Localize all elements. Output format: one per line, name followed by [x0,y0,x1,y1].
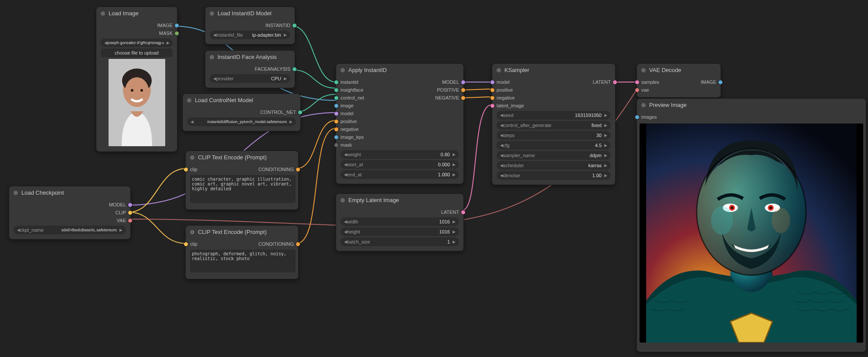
input-clip[interactable]: clip [186,165,242,173]
node-load-checkpoint[interactable]: Load Checkpoint MODEL CLIP VAE ◀ckpt_nam… [9,186,131,240]
output-model[interactable]: MODEL [400,78,463,86]
output-image[interactable]: IMAGE [96,21,177,29]
input-negative[interactable]: negative [336,125,463,133]
prompt-textarea[interactable] [190,250,296,272]
output-conditioning[interactable]: CONDITIONING [242,165,298,173]
node-load-image[interactable]: Load Image IMAGE MASK ◀joseph-gonzalez-i… [96,7,177,152]
output-image[interactable]: IMAGE [679,78,721,86]
svg-point-17 [772,208,790,233]
output-latent[interactable]: LATENT [554,78,615,86]
svg-point-6 [140,89,143,92]
steps-widget[interactable]: ◀steps30▶ [497,131,611,140]
node-title[interactable]: Load Checkpoint [9,186,130,199]
title-text: Load Image [109,10,139,17]
width-widget[interactable]: ◀width1016▶ [340,217,459,226]
node-title[interactable]: Load Image [96,7,177,20]
control-after-generate-widget[interactable]: ◀control_after_generatefixed▶ [497,121,611,130]
output-conditioning[interactable]: CONDITIONING [242,240,298,248]
node-load-controlnet-model[interactable]: Load ControlNet Model CONTROL_NET ◀insta… [182,93,301,131]
node-apply-instantid[interactable]: Apply InstantID instantid MODEL insightf… [336,63,464,184]
output-latent[interactable]: LATENT [336,208,463,216]
arrow-right-icon[interactable]: ▶ [119,228,123,232]
output-clip[interactable]: CLIP [9,209,130,216]
input-images[interactable]: images [637,113,866,121]
node-title[interactable]: Load InstantID Model [205,7,295,20]
node-title[interactable]: VAE Decode [637,64,721,76]
svg-point-16 [711,206,733,235]
svg-point-4 [125,77,149,107]
input-control-net[interactable]: control_net [336,94,400,102]
input-clip[interactable]: clip [186,240,242,248]
node-title[interactable]: CLIP Text Encode (Prompt) [186,226,298,238]
arrow-left-icon[interactable]: ◀ [191,120,194,124]
input-negative[interactable]: negative [492,94,615,102]
weight-widget[interactable]: ◀weight0.80▶ [340,150,459,159]
arrow-left-icon[interactable]: ◀ [17,228,20,232]
preview-render [640,124,863,343]
input-image[interactable]: image [336,102,463,110]
ckpt-name-widget[interactable]: ◀ckpt_namesdxl/AlbedoBaseXL.safetensors▶ [14,226,126,234]
sampler-name-widget[interactable]: ◀sampler_nameddpm▶ [497,151,611,160]
input-mask[interactable]: mask [336,141,463,149]
input-model[interactable]: model [492,78,554,86]
output-mask[interactable]: MASK [96,29,177,37]
node-title[interactable]: CLIP Text Encode (Prompt) [186,151,298,164]
svg-point-15 [769,206,772,209]
node-title[interactable]: InstantID Face Analysis [205,51,295,63]
input-instantid[interactable]: instantid [336,78,400,86]
output-controlnet[interactable]: CONTROL_NET [183,108,300,116]
input-model[interactable]: model [336,110,463,117]
output-vae[interactable]: VAE [9,216,130,224]
svg-point-14 [731,206,733,209]
node-title[interactable]: Apply InstantID [336,64,463,76]
output-positive[interactable]: POSITIVE [400,86,463,94]
node-title[interactable]: Preview Image [637,99,866,111]
input-insightface[interactable]: insightface [336,86,400,94]
controlnet-name-widget[interactable]: ◀instantid/diffusion_pytorch_model.safet… [187,117,296,126]
image-file-widget[interactable]: ◀joseph-gonzalez-iFgRcqHznqg-unsplash.jp… [101,38,173,47]
node-clip-text-encode-negative[interactable]: CLIP Text Encode (Prompt) clip CONDITION… [185,225,299,279]
arrow-left-icon[interactable]: ◀ [104,41,107,45]
node-empty-latent-image[interactable]: Empty Latent Image LATENT ◀width1016▶ ◀h… [336,193,464,251]
output-model[interactable]: MODEL [9,201,130,209]
node-ksampler[interactable]: KSampler model LATENT positive negative … [492,63,616,185]
scheduler-widget[interactable]: ◀schedulerkarras▶ [497,161,611,170]
arrow-right-icon[interactable]: ▶ [284,33,287,37]
arrow-right-icon[interactable]: ▶ [289,120,293,124]
input-vae[interactable]: vae [637,86,721,94]
node-title[interactable]: Empty Latent Image [336,194,463,206]
svg-point-5 [131,89,133,92]
start-at-widget[interactable]: ◀start_at0.000▶ [340,160,459,169]
arrow-left-icon[interactable]: ◀ [213,33,216,37]
output-faceanalysis[interactable]: FACEANALYSIS [205,65,295,73]
node-load-instantid-model[interactable]: Load InstantID Model INSTANTID ◀instanti… [205,7,295,45]
end-at-widget[interactable]: ◀end_at1.000▶ [340,170,459,179]
node-preview-image[interactable]: Preview Image images [637,98,866,352]
provider-widget[interactable]: ◀providerCPU▶ [210,74,290,83]
input-latent-image[interactable]: latent_image [492,102,615,110]
instantid-file-widget[interactable]: ◀instantid_fileip-adapter.bin▶ [210,31,290,39]
upload-button[interactable]: choose file to upload [101,48,173,57]
arrow-right-icon[interactable]: ▶ [284,76,287,81]
node-title[interactable]: KSampler [492,64,615,76]
input-positive[interactable]: positive [336,117,463,125]
height-widget[interactable]: ◀height1016▶ [340,227,459,236]
cfg-widget[interactable]: ◀cfg4.5▶ [497,141,611,150]
seed-widget[interactable]: ◀seed1631591050▶ [497,111,611,120]
input-image-kps[interactable]: image_kps [336,133,463,141]
node-instantid-face-analysis[interactable]: InstantID Face Analysis FACEANALYSIS ◀pr… [205,50,295,88]
input-samples[interactable]: samples [637,78,679,86]
arrow-left-icon[interactable]: ◀ [213,76,216,81]
arrow-right-icon[interactable]: ▶ [167,41,170,45]
image-thumbnail [109,59,165,146]
batch-size-widget[interactable]: ◀batch_size1▶ [340,237,459,246]
node-vae-decode[interactable]: VAE Decode samples IMAGE vae [637,63,721,98]
node-graph-canvas[interactable]: Load Image IMAGE MASK ◀joseph-gonzalez-i… [0,0,868,357]
output-negative[interactable]: NEGATIVE [400,94,463,102]
node-title[interactable]: Load ControlNet Model [183,94,300,106]
node-clip-text-encode-positive[interactable]: CLIP Text Encode (Prompt) clip CONDITION… [185,151,299,210]
output-instantid[interactable]: INSTANTID [205,21,295,29]
input-positive[interactable]: positive [492,86,615,94]
prompt-textarea[interactable] [190,175,296,203]
denoise-widget[interactable]: ◀denoise1.00▶ [497,171,611,180]
